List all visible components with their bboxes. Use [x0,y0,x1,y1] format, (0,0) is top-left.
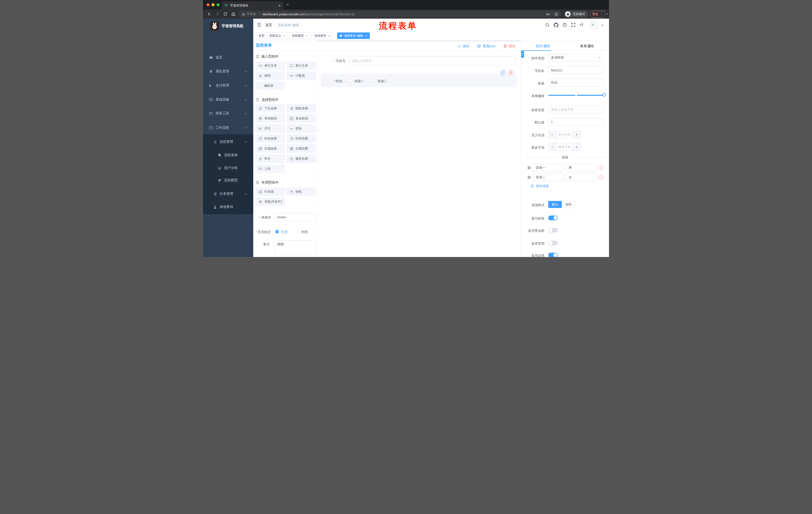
show-label-toggle[interactable] [548,216,558,220]
save-button[interactable]: 保存 [457,44,469,49]
label-width-input[interactable] [548,106,604,113]
help-icon[interactable] [562,23,567,27]
view-tab-process-form[interactable]: 流程表单✕ [312,32,333,39]
gender-option2-checkbox[interactable] [372,79,375,82]
password-key-icon[interactable] [546,12,550,16]
palette-item-table[interactable]: 表格[开发中] [255,197,285,206]
max-select-input[interactable]: 最多可选 [556,143,573,151]
home-icon[interactable] [231,12,236,16]
with-border-toggle[interactable] [548,228,558,233]
sidebar-item-home[interactable]: 首页 [203,53,253,63]
option2-value-input[interactable] [566,173,597,181]
sidebar-item-system[interactable]: 系统管理 [203,66,253,77]
forward-icon[interactable] [215,12,220,16]
back-icon[interactable] [207,12,211,16]
palette-item-date-picker[interactable]: 日期选择 [255,144,285,153]
min-select-input[interactable]: 至少应选 [556,131,573,138]
reload-icon[interactable] [223,12,228,16]
palette-item-switch[interactable]: 开关 [255,124,285,133]
palette-item-multi-text[interactable]: 多行文本 [286,61,316,70]
palette-item-slider[interactable]: 滑块 [286,124,316,133]
sidebar-item-process-management[interactable]: 流程管理 [203,137,253,147]
fullscreen-icon[interactable] [571,23,576,27]
remove-option2-button[interactable]: − [599,175,603,180]
option1-value-input[interactable] [566,164,597,171]
tab-close-icon[interactable]: ✕ [306,34,308,37]
status-on-radio[interactable] [276,230,279,233]
stepper-plus-button[interactable]: + [573,143,581,151]
style-default-button[interactable]: 默认 [548,201,562,208]
view-tab-process-definition[interactable]: 流程定义✕ [266,32,288,39]
sidebar-item-workflow[interactable]: 工作流程 [203,123,253,133]
view-json-button[interactable]: 查看json [477,44,496,49]
title-input[interactable] [548,79,604,86]
palette-item-counter[interactable]: 计数器 [286,72,316,80]
form-name-input[interactable] [274,213,316,221]
github-icon[interactable] [554,23,558,27]
field-name-input[interactable] [548,66,604,74]
window-zoom-button[interactable] [216,3,220,6]
sidebar-item-process-form[interactable]: 流程表单 [203,150,253,160]
stepper-plus-button[interactable]: + [573,131,581,138]
breadcrumb-home[interactable]: 首页 [265,23,272,27]
palette-item-upload[interactable]: 上传 [255,164,285,173]
default-value-input[interactable] [548,118,604,126]
disabled-toggle[interactable] [548,241,558,245]
palette-item-radio-group[interactable]: 单选框组 [255,114,285,123]
status-off-radio[interactable] [295,230,299,233]
avatar[interactable] [590,21,598,29]
palette-item-row-container[interactable]: 行容器 [255,187,285,196]
palette-item-single-text[interactable]: 单行文本 [255,61,285,70]
gender-option2-label[interactable]: 选项二 [377,79,387,83]
palette-item-select[interactable]: 下拉选择 [255,104,285,113]
copy-component-button[interactable] [500,70,506,76]
palette-item-checkbox-group[interactable]: 多选框组 [286,114,316,123]
option-drag-handle[interactable] [527,175,531,179]
comp-type-select[interactable]: 多选框组 ▼ [548,54,604,61]
slider-handle[interactable] [603,93,606,97]
sidebar-item-leave-query[interactable]: 请假查询 [203,202,253,212]
gender-option1-label[interactable]: 选项一 [354,79,364,83]
option-drag-handle[interactable] [527,166,531,170]
remark-textarea[interactable]: 嘿嘿 [274,240,316,255]
palette-item-editor[interactable]: 编辑器 [255,81,285,90]
palette-item-date-range[interactable]: 日期范围 [286,144,316,153]
sidebar-item-user-group[interactable]: 用户分组 [203,163,253,173]
palette-item-rate[interactable]: 评分 [255,154,285,163]
status-off-label[interactable]: 关闭 [301,230,308,234]
tab-close-icon[interactable]: ✕ [328,34,330,37]
palette-item-time-picker[interactable]: 时间选择 [255,134,285,143]
delete-component-button[interactable] [508,70,514,76]
palette-item-color-picker[interactable]: 颜色选择 [286,154,316,163]
sidebar-item-task-management[interactable]: 任务管理 [203,189,253,199]
selected-component-gender[interactable]: *性别 选项一 选项二 [321,74,517,87]
tab-component-props[interactable]: 组件属性 [521,42,565,51]
required-toggle[interactable] [548,253,558,257]
tab-close-icon[interactable]: ✕ [365,34,367,37]
sidebar-item-process-model[interactable]: 流程模型 [203,175,253,185]
new-tab-button[interactable]: + [286,2,289,7]
window-minimize-button[interactable] [211,3,214,6]
remove-option1-button[interactable]: − [599,166,603,170]
tab-close-icon[interactable]: ✕ [283,34,285,37]
browser-menu-icon[interactable]: ⋮ [600,12,603,16]
bookmark-star-icon[interactable] [554,12,558,16]
profile-caret-icon[interactable]: ▼ [606,13,608,15]
palette-item-time-range[interactable]: 时间范围 [286,134,316,143]
sidebar-item-devtools[interactable]: 研发工具 [203,108,253,118]
add-option-button[interactable]: 添加选项 [531,184,549,188]
view-tab-home[interactable]: 首页 [256,32,267,39]
avatar-caret-icon[interactable]: ▼ [602,24,604,27]
tab-form-props[interactable]: 表单属性 [565,42,609,51]
address-bar[interactable]: 不安全 | dashboard.yudao.iocoder.cn/bpm/man… [239,10,561,18]
clear-button[interactable]: 清空 [503,44,515,49]
font-size-icon[interactable]: TT [580,23,583,27]
status-on-label[interactable]: 开启 [281,230,287,234]
sidebar-item-payment[interactable]: ¥ 支付管理 [203,80,253,90]
gender-option1-checkbox[interactable] [349,79,352,82]
search-icon[interactable] [545,23,550,27]
palette-item-cascader[interactable]: 级联选择 [286,104,316,113]
form-grid-slider[interactable] [548,95,604,96]
stepper-minus-button[interactable]: − [548,143,556,151]
palette-item-password[interactable]: 密码 [255,72,285,80]
